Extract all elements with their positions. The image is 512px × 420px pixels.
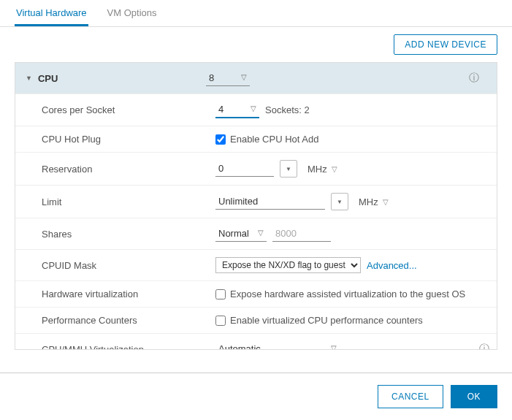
section-cpu-header[interactable]: ▼ CPU ▽ ⓘ xyxy=(15,63,497,93)
hw-virt-checkbox[interactable] xyxy=(215,289,226,299)
cpu-count-select[interactable] xyxy=(206,70,250,86)
hot-plug-checkbox[interactable] xyxy=(215,134,226,145)
label: CPU Hot Plug xyxy=(42,134,215,145)
perf-counters-checkbox[interactable] xyxy=(215,316,226,326)
advanced-link[interactable]: Advanced... xyxy=(367,260,417,271)
shares-level-select[interactable] xyxy=(215,226,267,242)
row-cpu-mmu-virtualization: CPU/MMU Virtualization ▽ ⓘ xyxy=(15,333,497,350)
label: CPUID Mask xyxy=(42,260,215,271)
chevron-down-icon: ▼ xyxy=(26,75,32,82)
row-performance-counters: Performance Counters Enable virtualized … xyxy=(15,307,497,333)
row-limit: Limit ▼ MHz▽ xyxy=(15,185,497,218)
chevron-down-icon: ▽ xyxy=(383,198,389,206)
label: Performance Counters xyxy=(42,315,215,326)
checkbox-label: Enable CPU Hot Add xyxy=(230,134,318,145)
label: Shares xyxy=(42,229,215,240)
dropdown-button[interactable]: ▼ xyxy=(331,193,348,210)
label: CPU/MMU Virtualization xyxy=(42,344,215,351)
label: Limit xyxy=(42,196,215,207)
cores-per-socket-select[interactable] xyxy=(215,102,259,118)
tabs: Virtual Hardware VM Options xyxy=(0,0,512,27)
dialog-footer: CANCEL OK xyxy=(0,373,512,420)
shares-value-input xyxy=(272,226,331,242)
row-cpu-hot-plug: CPU Hot Plug Enable CPU Hot Add xyxy=(15,126,497,152)
label: Cores per Socket xyxy=(42,104,215,115)
info-icon[interactable]: ⓘ xyxy=(469,72,479,85)
row-hardware-virtualization: Hardware virtualization Expose hardware … xyxy=(15,280,497,307)
label: Hardware virtualization xyxy=(42,289,215,299)
dropdown-button[interactable]: ▼ xyxy=(280,160,297,177)
label: Reservation xyxy=(42,164,215,175)
cpu-mmu-select[interactable] xyxy=(215,341,340,350)
limit-unit[interactable]: MHz▽ xyxy=(354,195,393,209)
row-shares: Shares ▽ xyxy=(15,218,497,249)
cancel-button[interactable]: CANCEL xyxy=(378,385,443,408)
row-cores-per-socket: Cores per Socket ▽ Sockets: 2 xyxy=(15,93,497,126)
limit-input[interactable] xyxy=(215,194,325,210)
tab-vm-options[interactable]: VM Options xyxy=(106,0,158,26)
cpu-label: CPU xyxy=(38,73,206,84)
ok-button[interactable]: OK xyxy=(451,385,497,408)
add-new-device-button[interactable]: ADD NEW DEVICE xyxy=(394,34,497,55)
row-reservation: Reservation ▼ MHz▽ xyxy=(15,152,497,185)
reservation-input[interactable] xyxy=(215,161,274,177)
reservation-unit[interactable]: MHz▽ xyxy=(303,162,342,176)
hardware-panel[interactable]: ▼ CPU ▽ ⓘ Cores per Socket ▽ Sockets: 2 xyxy=(15,62,497,350)
row-cpuid-mask: CPUID Mask Expose the NX/XD flag to gues… xyxy=(15,249,497,280)
tab-virtual-hardware[interactable]: Virtual Hardware xyxy=(15,0,88,26)
checkbox-label: Enable virtualized CPU performance count… xyxy=(230,315,423,326)
checkbox-label: Expose hardware assisted virtualization … xyxy=(230,289,465,299)
info-icon[interactable]: ⓘ xyxy=(479,343,489,350)
sockets-text: Sockets: 2 xyxy=(265,104,310,115)
cpuid-mask-select[interactable]: Expose the NX/XD flag to guest xyxy=(215,257,361,273)
chevron-down-icon: ▽ xyxy=(332,165,337,173)
